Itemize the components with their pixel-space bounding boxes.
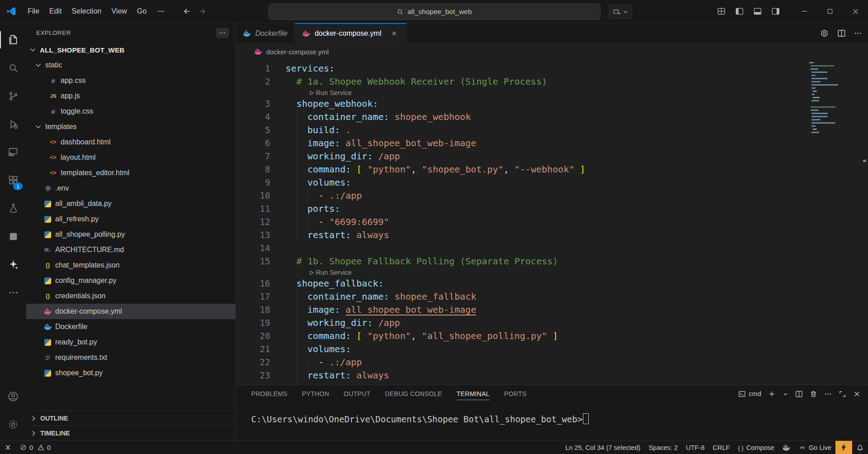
tree-item-layout-html[interactable]: <>layout.html xyxy=(26,150,235,165)
panel-tab-terminal[interactable]: TERMINAL xyxy=(457,385,490,402)
explorer-more-actions-button[interactable] xyxy=(216,28,229,38)
terminal[interactable]: C:\Users\windo\OneDrive\Documents\Shopee… xyxy=(236,402,868,440)
line-number: 14 xyxy=(236,242,273,255)
line-number: 8 xyxy=(236,163,273,176)
tree-item-templates-editor-html[interactable]: <>templates_editor.html xyxy=(26,165,235,181)
testing-activity-button[interactable] xyxy=(0,194,26,222)
panel-tab-problems[interactable]: PROBLEMS xyxy=(251,385,287,402)
status-problems[interactable]: 00 xyxy=(16,441,55,454)
chatgpt-icon[interactable] xyxy=(820,29,829,38)
panel-tab-python[interactable]: PYTHON xyxy=(302,385,329,402)
back-button[interactable] xyxy=(182,7,191,16)
forward-button[interactable] xyxy=(198,7,207,16)
source-control-activity-button[interactable] xyxy=(0,82,26,110)
terminal-shell-chip[interactable]: cmd xyxy=(738,390,761,398)
remote-explorer-activity-button[interactable] xyxy=(0,138,26,166)
split-terminal-button[interactable] xyxy=(795,390,803,398)
tree-item-ready-bot-py[interactable]: ready_bot.py xyxy=(26,335,235,350)
maximize-button[interactable] xyxy=(817,0,843,23)
status-encoding[interactable]: UTF-8 xyxy=(682,441,709,454)
warning-icon xyxy=(38,444,44,451)
tree-item-all-shopee-polling-py[interactable]: all_shopee_polling.py xyxy=(26,227,235,242)
tree-item-app-js[interactable]: JSapp.js xyxy=(26,88,235,104)
settings-gear-activity-button[interactable] xyxy=(0,411,26,439)
customize-layout-button[interactable] xyxy=(717,7,726,16)
maximize-panel-button[interactable] xyxy=(839,390,846,398)
codelens-run-service[interactable]: Run Service xyxy=(236,88,868,97)
menu-selection[interactable]: Selection xyxy=(67,5,106,18)
minimap[interactable] xyxy=(809,62,860,135)
toggle-secondary-sidebar-button[interactable] xyxy=(771,7,780,16)
line-number: 18 xyxy=(236,303,273,316)
menu-go[interactable]: Go xyxy=(132,5,152,18)
tree-item-app-css[interactable]: #app.css xyxy=(26,73,235,88)
toggle-primary-sidebar-button[interactable] xyxy=(735,7,744,16)
tree-folder-templates[interactable]: templates xyxy=(26,119,235,134)
tree-item-all-refresh-py[interactable]: all_refresh.py xyxy=(26,211,235,227)
panel-tab-debug-console[interactable]: DEBUG CONSOLE xyxy=(385,385,442,402)
tab-dockerfile[interactable]: Dockerfile xyxy=(236,23,295,43)
editor-more-actions-button[interactable] xyxy=(854,29,862,37)
tab-docker-compose-yml[interactable]: docker-compose.yml xyxy=(295,23,407,43)
python-file-icon xyxy=(43,277,52,284)
tree-item-shopee-bot-py[interactable]: shopee_bot.py xyxy=(26,365,235,381)
status-eol[interactable]: CRLF xyxy=(709,441,734,454)
tree-item-dashboard-html[interactable]: <>dashboard.html xyxy=(26,134,235,150)
tree-item-docker-compose-yml[interactable]: docker-compose.yml xyxy=(26,304,235,319)
tree-item-all-ambil-data-py[interactable]: all_ambil_data.py xyxy=(26,196,235,211)
tree-item-env[interactable]: .env xyxy=(26,181,235,196)
run-debug-activity-button[interactable] xyxy=(0,110,26,138)
overview-ruler[interactable] xyxy=(862,59,868,385)
tree-item-chat-templates-json[interactable]: {}chat_templates.json xyxy=(26,258,235,273)
explorer-activity-button[interactable] xyxy=(0,26,26,54)
toggle-panel-button[interactable] xyxy=(753,7,762,16)
new-terminal-button[interactable] xyxy=(768,390,776,398)
tree-item-credentials-json[interactable]: {}credentials.json xyxy=(26,288,235,304)
tree-root-all-shopee-bot-web[interactable]: ALL_SHOPEE_BOT_WEB xyxy=(26,42,235,57)
terminal-launch-dropdown[interactable] xyxy=(782,391,788,397)
terminal-cursor xyxy=(583,413,589,424)
split-editor-button[interactable] xyxy=(837,29,846,38)
panel-more-actions-button[interactable] xyxy=(824,390,832,398)
status-thunder-client[interactable] xyxy=(835,441,852,454)
search-activity-button[interactable] xyxy=(0,54,26,82)
tree-folder-static[interactable]: static xyxy=(26,57,235,73)
status-language-mode[interactable]: { }Compose xyxy=(734,441,778,454)
custom-extension-activity-button[interactable] xyxy=(0,222,26,250)
more-views-activity-button[interactable] xyxy=(0,278,26,306)
editor[interactable]: 1services:2 # 1a. Shopee Webhook Receive… xyxy=(236,59,868,385)
close-panel-button[interactable] xyxy=(853,390,861,398)
tree-item-architecture-md[interactable]: M↓ARCHITECTURE.md xyxy=(26,242,235,258)
status-remote-indicator[interactable] xyxy=(0,441,16,454)
menu-view[interactable]: View xyxy=(106,5,132,18)
tree-item-requirements-txt[interactable]: requirements.txt xyxy=(26,350,235,365)
command-center-extra-dropdown[interactable] xyxy=(609,5,632,19)
menu-bar: FileEditSelectionViewGo xyxy=(23,5,152,18)
menu-overflow-button[interactable] xyxy=(153,5,169,17)
minimize-button[interactable] xyxy=(792,0,817,23)
tree-item-dockerfile[interactable]: Dockerfile xyxy=(26,319,235,335)
kill-terminal-button[interactable] xyxy=(810,390,817,398)
panel-tab-ports[interactable]: PORTS xyxy=(504,385,526,402)
menu-edit[interactable]: Edit xyxy=(44,5,67,18)
section-outline[interactable]: OUTLINE xyxy=(26,411,235,425)
copilot-sparkle-activity-button[interactable] xyxy=(0,250,26,278)
tree-item-config-manager-py[interactable]: config_manager.py xyxy=(26,273,235,288)
status-indentation[interactable]: Spaces: 2 xyxy=(644,441,682,454)
code-line: 7 working_dir: /app xyxy=(236,150,868,163)
extensions-activity-button[interactable]: 1 xyxy=(0,166,26,194)
codelens-run-service[interactable]: Run Service xyxy=(236,268,868,277)
menu-file[interactable]: File xyxy=(23,5,44,18)
status-notifications[interactable] xyxy=(852,441,868,454)
accounts-activity-button[interactable] xyxy=(0,382,26,411)
status-docker-status[interactable] xyxy=(778,441,795,454)
search-box[interactable]: all_shopee_bot_web xyxy=(268,4,601,20)
close-tab-button[interactable] xyxy=(389,29,399,38)
close-window-button[interactable] xyxy=(843,0,868,23)
tree-item-toggle-css[interactable]: #toggle.css xyxy=(26,104,235,119)
breadcrumb[interactable]: docker-compose.yml xyxy=(236,44,868,59)
panel-tab-output[interactable]: OUTPUT xyxy=(343,385,370,402)
section-timeline[interactable]: TIMELINE xyxy=(26,425,235,440)
status-go-live[interactable]: Go Live xyxy=(795,441,835,454)
status-cursor-position[interactable]: Ln 25, Col 34 (7 selected) xyxy=(561,441,644,454)
